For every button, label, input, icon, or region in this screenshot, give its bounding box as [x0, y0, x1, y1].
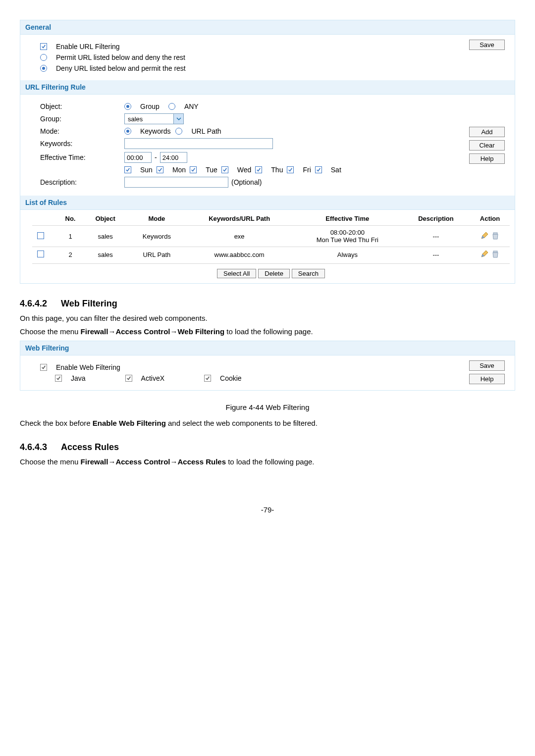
- description-input[interactable]: [124, 177, 228, 188]
- day-wed-checkbox[interactable]: [221, 166, 231, 173]
- chevron-down-icon: [173, 114, 183, 124]
- group-select[interactable]: sales: [124, 113, 184, 124]
- object-label: Object:: [40, 102, 124, 110]
- effective-time-from[interactable]: [124, 152, 152, 163]
- mode-label: Mode:: [40, 127, 124, 135]
- day-sun-label: Sun: [140, 166, 153, 174]
- mode-urlpath-radio[interactable]: [175, 128, 185, 135]
- day-sat-checkbox[interactable]: [315, 166, 325, 173]
- day-mon-checkbox[interactable]: [157, 166, 166, 173]
- paragraph: On this page, you can filter the desired…: [20, 314, 515, 322]
- cell-object: sales: [83, 226, 128, 247]
- row-select-checkbox[interactable]: [37, 251, 47, 257]
- web-filtering-body: Enable Web Filtering Java ActiveX Cookie…: [20, 355, 515, 390]
- paragraph: Choose the menu Firewall→Access Control→…: [20, 327, 515, 336]
- web-filtering-header: Web Filtering: [20, 341, 515, 355]
- rule-header: URL Filtering Rule: [20, 80, 515, 95]
- day-fri-label: Fri: [303, 166, 311, 174]
- table-row: 2 sales URL Path www.aabbcc.com Always -…: [32, 247, 510, 263]
- object-any-radio[interactable]: [168, 103, 178, 110]
- cookie-label: Cookie: [220, 374, 242, 382]
- select-all-button[interactable]: Select All: [217, 269, 256, 278]
- col-desc: Description: [402, 212, 470, 226]
- general-header: General: [20, 20, 515, 35]
- description-hint: (Optional): [231, 178, 262, 186]
- mode-permit-radio[interactable]: [40, 54, 50, 61]
- col-kw: Keywords/URL Path: [186, 212, 293, 226]
- cell-eff: Always: [293, 247, 402, 263]
- row-select-checkbox[interactable]: [37, 232, 47, 239]
- col-eff: Effective Time: [293, 212, 402, 226]
- cell-object: sales: [83, 247, 128, 263]
- day-thu-checkbox[interactable]: [255, 166, 265, 173]
- mode-keywords-radio[interactable]: [124, 128, 134, 135]
- cell-no: 2: [58, 247, 83, 263]
- web-filtering-panel: Web Filtering Enable Web Filtering Java …: [20, 341, 515, 391]
- svg-rect-1: [493, 251, 497, 252]
- section-4-6-4-3: 4.6.4.3Access Rules: [20, 442, 515, 453]
- day-thu-label: Thu: [271, 166, 283, 174]
- edit-icon[interactable]: [481, 232, 488, 241]
- delete-button[interactable]: Delete: [258, 269, 290, 278]
- col-no: No.: [58, 212, 83, 226]
- general-body: Enable URL Filtering Permit URL listed b…: [20, 35, 515, 80]
- section-4-6-4-2: 4.6.4.2Web Filtering: [20, 299, 515, 309]
- keywords-input[interactable]: [124, 138, 273, 149]
- col-action: Action: [470, 212, 510, 226]
- mode-urlpath-text: URL Path: [191, 127, 221, 135]
- enable-web-filtering-label: Enable Web Filtering: [56, 363, 120, 371]
- java-label: Java: [71, 374, 86, 382]
- add-button[interactable]: Add: [469, 127, 505, 137]
- cell-no: 1: [58, 226, 83, 247]
- day-fri-checkbox[interactable]: [287, 166, 297, 173]
- paragraph: Check the box before Enable Web Filterin…: [20, 419, 515, 427]
- mode-permit-label: Permit URL listed below and deny the res…: [56, 53, 185, 61]
- mode-deny-radio[interactable]: [40, 65, 50, 72]
- enable-url-filtering-label: Enable URL Filtering: [56, 43, 120, 50]
- java-checkbox[interactable]: [55, 375, 65, 382]
- cell-mode: Keywords: [128, 226, 185, 247]
- cookie-checkbox[interactable]: [204, 375, 214, 382]
- paragraph: Choose the menu Firewall→Access Control→…: [20, 457, 515, 466]
- activex-label: ActiveX: [141, 374, 164, 382]
- col-mode: Mode: [128, 212, 185, 226]
- day-wed-label: Wed: [237, 166, 252, 174]
- enable-url-filtering-checkbox[interactable]: [40, 43, 50, 50]
- edit-icon[interactable]: [481, 250, 488, 259]
- object-group-text: Group: [140, 102, 160, 110]
- cell-mode: URL Path: [128, 247, 185, 263]
- search-button[interactable]: Search: [292, 269, 325, 278]
- effective-time-label: Effective Time:: [40, 153, 124, 161]
- day-sat-label: Sat: [331, 166, 341, 174]
- effective-time-to[interactable]: [160, 152, 187, 163]
- day-sun-checkbox[interactable]: [124, 166, 134, 173]
- url-filtering-panel: General Enable URL Filtering Permit URL …: [20, 20, 515, 284]
- save-button[interactable]: Save: [469, 40, 505, 50]
- clear-button[interactable]: Clear: [469, 140, 505, 151]
- figure-caption: Figure 4-44 Web Filtering: [20, 403, 515, 411]
- svg-rect-0: [493, 233, 497, 234]
- col-object: Object: [83, 212, 128, 226]
- group-select-value: sales: [128, 115, 143, 123]
- delete-icon[interactable]: [491, 250, 499, 259]
- day-mon-label: Mon: [172, 166, 186, 174]
- group-label: Group:: [40, 115, 124, 123]
- table-row: 1 sales Keywords exe 08:00-20:00 Mon Tue…: [32, 226, 510, 247]
- list-header: List of Rules: [20, 196, 515, 210]
- rule-body: Object: Group ANY Group: sales Mode: Key…: [20, 95, 515, 196]
- help-button[interactable]: Help: [469, 153, 505, 164]
- object-any-text: ANY: [184, 102, 199, 110]
- cell-eff: 08:00-20:00 Mon Tue Wed Thu Fri: [293, 226, 402, 247]
- mode-keywords-text: Keywords: [140, 127, 170, 135]
- help-button[interactable]: Help: [469, 374, 505, 384]
- delete-icon[interactable]: [491, 232, 499, 241]
- page-number: -79-: [20, 505, 515, 514]
- cell-kw: www.aabbcc.com: [186, 247, 293, 263]
- save-button[interactable]: Save: [469, 360, 505, 371]
- day-tue-checkbox[interactable]: [190, 166, 200, 173]
- rules-table: No. Object Mode Keywords/URL Path Effect…: [32, 212, 510, 262]
- object-group-radio[interactable]: [124, 103, 134, 110]
- cell-kw: exe: [186, 226, 293, 247]
- enable-web-filtering-checkbox[interactable]: [40, 364, 50, 371]
- activex-checkbox[interactable]: [125, 375, 135, 382]
